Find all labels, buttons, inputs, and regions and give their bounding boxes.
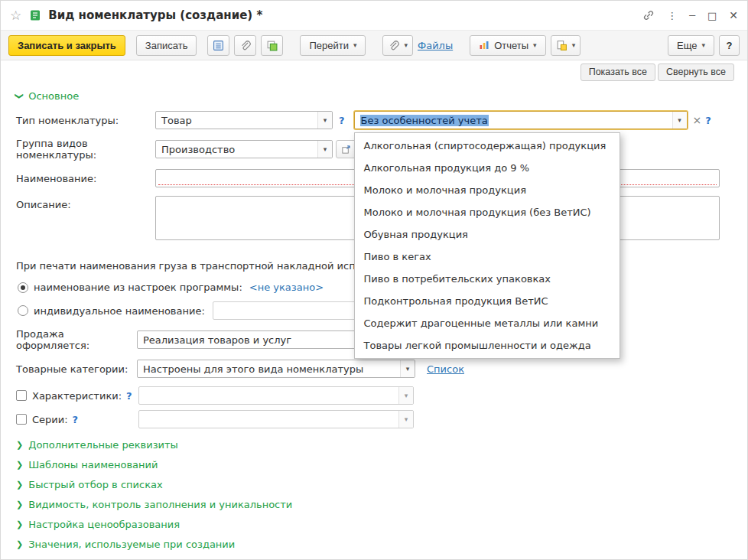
section-label: Настройка ценообразования [28, 519, 180, 530]
categories-combobox[interactable]: Настроены для этого вида номенклатуры ▾ [137, 360, 415, 378]
copy-structure-button[interactable] [261, 35, 283, 56]
type-combobox[interactable]: Товар ▾ [155, 111, 333, 129]
files-link[interactable]: Файлы [418, 40, 453, 51]
series-label[interactable]: Серии: [32, 414, 68, 425]
description-label: Описание: [16, 196, 155, 210]
dropdown-item[interactable]: Алкогольная продукция до 9 % [355, 157, 620, 179]
attach-file-button[interactable] [234, 35, 256, 56]
combo-arrow-icon[interactable]: ▾ [400, 360, 415, 377]
chevron-down-icon: ❯ [15, 92, 24, 99]
close-button[interactable]: ✕ [729, 10, 738, 21]
get-link-icon[interactable] [642, 9, 655, 21]
kebab-menu-icon[interactable]: ⋮ [667, 11, 677, 21]
row-characteristics: Характеристики: ? ▾ [16, 386, 732, 405]
section-visibility-control[interactable]: ❯ Видимость, контроль заполнения и уника… [16, 494, 732, 514]
journal-icon [213, 40, 224, 51]
radio-individual-name[interactable] [18, 305, 28, 316]
characteristics-help-icon[interactable]: ? [126, 390, 132, 402]
dropdown-item[interactable]: Обувная продукция [355, 223, 620, 246]
section-default-values[interactable]: ❯ Значения, используемые при создании [16, 534, 732, 554]
collapse-all-button[interactable]: Свернуть все [658, 63, 734, 81]
sale-label: Продажа оформляется: [16, 328, 137, 351]
accounting-features-value: Без особенностей учета [360, 115, 489, 126]
goto-button[interactable]: Перейти ▾ [300, 35, 366, 56]
chevron-right-icon: ❯ [16, 500, 23, 510]
clear-field-icon[interactable]: × [693, 114, 702, 126]
chevron-down-icon: ▾ [701, 41, 705, 49]
dropdown-item[interactable]: Содержит драгоценные металлы или камни [355, 312, 620, 334]
dropdown-item[interactable]: Молоко и молочная продукция (без ВетИС) [355, 201, 620, 223]
dropdown-item[interactable]: Алкогольная (спиртосодержащая) продукция [355, 135, 620, 157]
minimize-button[interactable]: ─ [689, 11, 695, 21]
dropdown-item[interactable]: Товары легкой промышленности и одежда [355, 334, 620, 357]
section-quick-filter[interactable]: ❯ Быстрый отбор в списках [16, 474, 732, 494]
combo-arrow-icon[interactable]: ▾ [672, 112, 687, 129]
radio-program-label[interactable]: наименование из настроек программы: [34, 282, 242, 293]
section-label: Значения, используемые при создании [28, 539, 235, 550]
dropdown-item[interactable]: Пиво в потребительских упаковках [355, 268, 620, 290]
characteristics-checkbox[interactable] [16, 390, 27, 401]
related-documents-button[interactable] [207, 35, 229, 56]
row-series: Серии: ? ▾ [16, 410, 732, 428]
features-help-icon[interactable]: ? [705, 115, 711, 126]
show-all-button[interactable]: Показать все [581, 63, 655, 81]
type-label: Тип номенклатуры: [16, 115, 155, 126]
radio-program-name[interactable] [18, 282, 28, 293]
favorite-star-icon[interactable]: ☆ [10, 8, 21, 23]
combo-arrow-icon[interactable]: ▾ [398, 411, 413, 428]
accounting-features-wrap: Без особенностей учета ▾ Алкогольная (сп… [354, 111, 688, 129]
section-label: Дополнительные реквизиты [28, 439, 178, 451]
more-button[interactable]: Еще ▾ [668, 35, 714, 56]
type-value: Товар [161, 115, 192, 126]
export-menu-button[interactable]: ▾ [551, 35, 581, 56]
categories-label: Товарные категории: [16, 363, 137, 375]
save-label: Записать [145, 40, 188, 51]
titlebar-controls: ⋮ ─ □ ✕ [642, 9, 738, 21]
not-specified-link[interactable]: <не указано> [249, 282, 324, 293]
reports-label: Отчеты [494, 40, 528, 51]
maximize-button[interactable]: □ [707, 11, 717, 21]
page-title: Вид номенклатуры (создание) * [48, 8, 262, 22]
attachments-menu-button[interactable]: ▾ [382, 35, 413, 56]
characteristics-label[interactable]: Характеристики: [32, 390, 122, 402]
dropdown-item[interactable]: Подконтрольная продукция ВетИС [355, 290, 620, 312]
combo-arrow-icon[interactable]: ▾ [317, 141, 332, 158]
radio-individual-label[interactable]: индивидуальное наименование: [34, 305, 205, 317]
save-button[interactable]: Записать [136, 35, 197, 56]
type-help-icon[interactable]: ? [339, 115, 345, 126]
combo-arrow-icon[interactable]: ▾ [398, 387, 413, 404]
group-combobox[interactable]: Производство ▾ [155, 140, 333, 158]
section-label: Шаблоны наименований [28, 459, 158, 470]
form-icon [29, 9, 41, 21]
row-categories: Товарные категории: Настроены для этого … [16, 360, 732, 378]
titlebar: ☆ Вид номенклатуры (создание) * ⋮ ─ □ ✕ [1, 1, 747, 30]
characteristics-checkbox-wrap: Характеристики: ? [16, 390, 138, 402]
series-help-icon[interactable]: ? [73, 414, 79, 425]
section-main-label: Основное [28, 90, 79, 102]
chevron-right-icon: ❯ [16, 440, 23, 450]
section-pricing-setup[interactable]: ❯ Настройка ценообразования [16, 514, 732, 534]
form-body: ❯ Основное Тип номенклатуры: Товар ▾ ? Б… [1, 83, 747, 560]
section-name-templates[interactable]: ❯ Шаблоны наименований [16, 454, 732, 474]
section-main[interactable]: ❯ Основное [16, 88, 732, 103]
combo-arrow-icon[interactable]: ▾ [317, 112, 332, 129]
reports-button[interactable]: Отчеты ▾ [470, 35, 545, 56]
save-and-close-button[interactable]: Записать и закрыть [8, 35, 125, 56]
section-label: Быстрый отбор в списках [28, 479, 162, 490]
section-additional-attributes[interactable]: ❯ Дополнительные реквизиты [16, 435, 732, 454]
section-additional-info[interactable]: ❯ Дополнительные сведения [16, 554, 732, 560]
nomenclature-type-window: ☆ Вид номенклатуры (создание) * ⋮ ─ □ ✕ [0, 0, 748, 560]
characteristics-combobox[interactable]: ▾ [138, 386, 414, 405]
dropdown-item[interactable]: Молоко и молочная продукция [355, 179, 620, 201]
series-combobox[interactable]: ▾ [138, 410, 414, 428]
dropdown-item[interactable]: Пиво в кегах [355, 246, 620, 268]
paperclip-icon [388, 40, 399, 51]
section-label: Видимость, контроль заполнения и уникаль… [28, 499, 292, 510]
chevron-down-icon: ▾ [404, 41, 408, 49]
categories-list-link[interactable]: Список [427, 363, 464, 375]
series-checkbox[interactable] [16, 414, 27, 425]
accounting-features-combobox[interactable]: Без особенностей учета ▾ [354, 111, 688, 129]
help-label: ? [727, 40, 733, 51]
help-button[interactable]: ? [719, 35, 740, 56]
more-label: Еще [677, 40, 697, 51]
